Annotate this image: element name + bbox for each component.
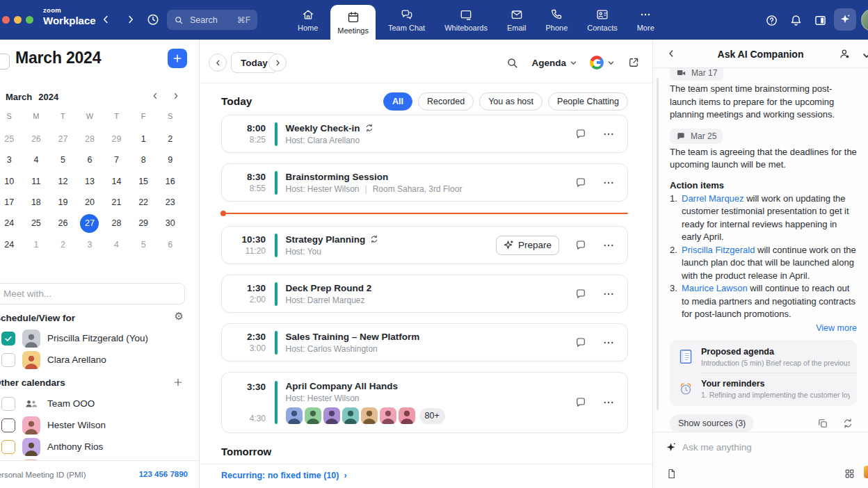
open-external-icon[interactable]: [627, 56, 640, 69]
calendar-day[interactable]: 9: [156, 149, 184, 170]
calendar-person-row[interactable]: Priscilla Fitzgerald (You): [0, 327, 200, 349]
window-minimize-button[interactable]: [14, 16, 22, 24]
calendar-day[interactable]: 17: [0, 192, 23, 213]
mini-calendar-prev-icon[interactable]: [150, 91, 160, 101]
calendar-day[interactable]: 14: [103, 171, 130, 192]
calendar-day[interactable]: 1: [23, 234, 50, 254]
notifications-bell-icon[interactable]: [787, 12, 804, 29]
calendar-person-row[interactable]: Hester Wilson: [0, 414, 200, 436]
user-avatar[interactable]: [861, 9, 868, 31]
calendar-day[interactable]: 4: [103, 234, 130, 254]
calendar-day[interactable]: 6: [77, 149, 104, 170]
search-input[interactable]: [188, 15, 232, 26]
calendar-day[interactable]: 2: [49, 234, 77, 254]
collapse-sidebar-icon[interactable]: [0, 54, 10, 70]
calendar-day[interactable]: 6: [156, 234, 184, 254]
mini-calendar-next-icon[interactable]: [171, 91, 181, 101]
calendar-day[interactable]: 27: [77, 213, 104, 234]
more-options-icon[interactable]: [602, 128, 615, 140]
calendar-day[interactable]: 26: [23, 129, 50, 149]
side-panel-toggle-icon[interactable]: [812, 12, 828, 29]
tab-whiteboards[interactable]: Whiteboards: [437, 0, 495, 40]
google-calendar-dropdown[interactable]: [590, 56, 615, 70]
more-options-icon[interactable]: [602, 177, 615, 189]
meeting-card[interactable]: 1:302:00Deck Prep Round 2Host: Darrel Ma…: [221, 275, 628, 313]
unchecked-checkbox[interactable]: [1, 353, 15, 367]
chat-icon[interactable]: [574, 336, 587, 349]
calendar-day[interactable]: 21: [103, 192, 130, 213]
meet-with-input[interactable]: [0, 283, 185, 304]
calendar-day[interactable]: 5: [49, 149, 77, 170]
refresh-icon[interactable]: [842, 417, 854, 430]
calendar-day[interactable]: 22: [130, 192, 157, 213]
calendar-day[interactable]: 25: [23, 213, 50, 234]
window-zoom-button[interactable]: [26, 16, 33, 24]
attachment-your-reminders[interactable]: Your reminders1. Refining and implementi…: [670, 373, 857, 405]
prepare-button[interactable]: Prepare: [496, 236, 559, 255]
tab-more[interactable]: More: [630, 0, 661, 40]
filter-pill-all[interactable]: All: [383, 92, 412, 111]
apps-grid-icon[interactable]: [844, 468, 855, 480]
calendar-day[interactable]: 23: [156, 192, 184, 213]
action-item-person-link[interactable]: Maurice Lawson: [682, 283, 748, 293]
tab-contacts[interactable]: Contacts: [580, 0, 624, 40]
calendar-day[interactable]: 25: [0, 129, 23, 149]
pmi-value[interactable]: 123 456 7890: [139, 470, 188, 478]
meeting-card[interactable]: 3:304:30April Company All HandsHost: Hes…: [221, 372, 628, 433]
send-button[interactable]: [864, 466, 868, 478]
calendar-day[interactable]: 8: [130, 149, 157, 170]
copy-icon[interactable]: [817, 417, 829, 430]
ask-input[interactable]: Ask me anything: [666, 442, 752, 453]
chat-icon[interactable]: [574, 288, 587, 300]
unchecked-checkbox[interactable]: [1, 440, 15, 454]
calendar-day[interactable]: 11: [23, 171, 50, 192]
tab-phone[interactable]: Phone: [538, 0, 574, 40]
calendar-day[interactable]: 28: [103, 213, 130, 234]
calendar-day[interactable]: 18: [23, 192, 50, 213]
meeting-card[interactable]: 2:303:00Sales Training – New PlatformHos…: [221, 323, 628, 361]
attachment-proposed-agenda[interactable]: Proposed agendaIntroduction (5 min) Brie…: [670, 341, 857, 373]
next-day-button[interactable]: [268, 54, 287, 72]
calendar-day[interactable]: 7: [103, 149, 130, 170]
forward-button[interactable]: [122, 11, 139, 28]
more-options-icon[interactable]: [602, 239, 615, 252]
calendar-person-row[interactable]: Clara Arellano: [0, 349, 200, 371]
show-sources-button[interactable]: Show sources (3): [670, 414, 754, 432]
action-item-person-link[interactable]: Darrel Marquez: [682, 193, 744, 204]
filter-pill-you-as-host[interactable]: You as host: [479, 92, 542, 111]
calendar-day[interactable]: 16: [156, 171, 184, 192]
add-calendar-icon[interactable]: [172, 377, 184, 388]
action-item-person-link[interactable]: Priscilla Fitzgerald: [682, 245, 755, 255]
more-options-icon[interactable]: [602, 396, 615, 409]
meeting-card[interactable]: 8:308:55Brainstorming SessionHost: Heste…: [221, 163, 628, 202]
chat-icon[interactable]: [574, 177, 587, 189]
global-search[interactable]: ⌘F: [167, 10, 257, 30]
calendar-day[interactable]: 5: [130, 234, 157, 254]
calendar-day[interactable]: 24: [0, 234, 23, 254]
unchecked-checkbox[interactable]: [1, 418, 15, 432]
tab-email[interactable]: Email: [500, 0, 533, 40]
gear-icon[interactable]: ⚙: [175, 311, 184, 321]
help-icon[interactable]: [763, 12, 780, 29]
person-icon[interactable]: [838, 47, 851, 60]
meeting-card[interactable]: 10:3011:20Strategy PlanningHost: YouPrep…: [221, 226, 628, 264]
calendar-day[interactable]: 29: [130, 213, 157, 234]
filter-pill-people-chatting[interactable]: People Chatting: [548, 92, 628, 111]
calendar-day[interactable]: 20: [77, 192, 104, 213]
calendar-day[interactable]: 15: [130, 171, 157, 192]
attach-file-icon[interactable]: [666, 468, 677, 480]
calendar-day[interactable]: 24: [0, 213, 23, 234]
calendar-person-row[interactable]: Anthony Rios: [0, 436, 200, 457]
calendar-day[interactable]: 3: [0, 149, 23, 170]
calendar-day[interactable]: 4: [23, 149, 50, 170]
meeting-card[interactable]: 8:008:25Weekly Check-inHost: Clara Arell…: [221, 115, 628, 153]
chat-icon[interactable]: [574, 239, 587, 252]
window-close-button[interactable]: [2, 16, 10, 24]
checked-checkbox[interactable]: [1, 332, 15, 345]
tab-meetings[interactable]: Meetings: [330, 5, 376, 40]
chat-icon[interactable]: [574, 128, 587, 140]
recurring-meetings-link[interactable]: Recurring: no fixed time (10) ›: [221, 471, 347, 480]
calendar-day[interactable]: 1: [130, 129, 157, 149]
calendar-day[interactable]: 2: [156, 129, 184, 149]
calendar-day[interactable]: 30: [156, 213, 184, 234]
